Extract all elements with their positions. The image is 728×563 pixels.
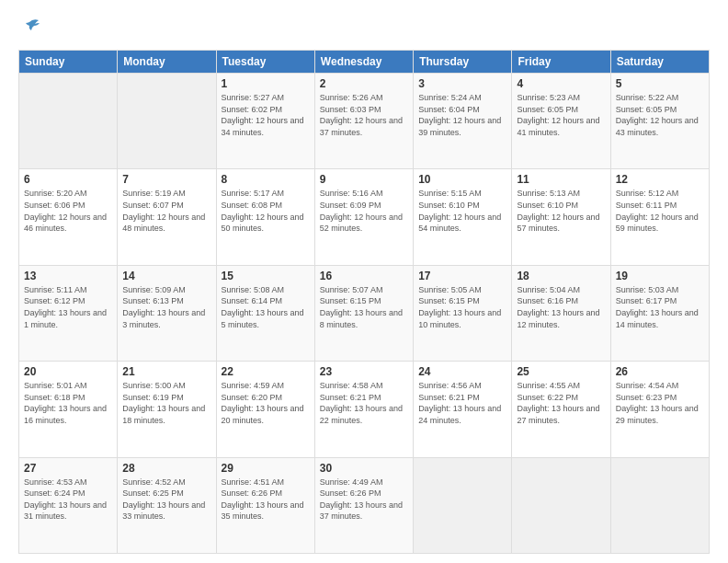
day-info: Sunrise: 5:23 AM Sunset: 6:05 PM Dayligh… xyxy=(517,92,605,138)
page: Sunday Monday Tuesday Wednesday Thursday… xyxy=(0,0,728,563)
day-number: 24 xyxy=(418,365,506,378)
day-info: Sunrise: 5:12 AM Sunset: 6:11 PM Dayligh… xyxy=(616,188,704,234)
day-number: 16 xyxy=(320,270,408,282)
day-info: Sunrise: 4:53 AM Sunset: 6:24 PM Dayligh… xyxy=(24,477,112,523)
day-cell xyxy=(610,457,709,553)
day-cell: 21Sunrise: 5:00 AM Sunset: 6:19 PM Dayli… xyxy=(118,362,216,457)
day-cell: 27Sunrise: 4:53 AM Sunset: 6:24 PM Dayli… xyxy=(19,457,118,553)
day-cell: 18Sunrise: 5:04 AM Sunset: 6:16 PM Dayli… xyxy=(512,265,610,361)
day-cell: 22Sunrise: 4:59 AM Sunset: 6:20 PM Dayli… xyxy=(216,362,314,457)
week-row-2: 6Sunrise: 5:20 AM Sunset: 6:06 PM Daylig… xyxy=(19,169,710,265)
day-info: Sunrise: 5:26 AM Sunset: 6:03 PM Dayligh… xyxy=(320,92,408,138)
day-info: Sunrise: 4:58 AM Sunset: 6:21 PM Dayligh… xyxy=(320,380,408,426)
day-cell: 7Sunrise: 5:19 AM Sunset: 6:07 PM Daylig… xyxy=(118,169,216,265)
day-number: 28 xyxy=(122,462,210,475)
weekday-row: Sunday Monday Tuesday Wednesday Thursday… xyxy=(19,51,710,74)
day-number: 25 xyxy=(517,365,605,378)
day-cell xyxy=(118,74,216,169)
day-info: Sunrise: 4:54 AM Sunset: 6:23 PM Dayligh… xyxy=(616,380,704,426)
day-number: 21 xyxy=(122,365,210,378)
day-info: Sunrise: 5:15 AM Sunset: 6:10 PM Dayligh… xyxy=(418,188,506,234)
day-cell: 2Sunrise: 5:26 AM Sunset: 6:03 PM Daylig… xyxy=(314,74,413,169)
logo xyxy=(18,17,42,40)
day-number: 8 xyxy=(222,173,310,186)
day-info: Sunrise: 4:55 AM Sunset: 6:22 PM Dayligh… xyxy=(517,380,605,426)
day-number: 12 xyxy=(616,173,704,186)
col-friday: Friday xyxy=(512,51,610,74)
day-number: 19 xyxy=(616,270,704,282)
day-cell: 6Sunrise: 5:20 AM Sunset: 6:06 PM Daylig… xyxy=(19,169,118,265)
day-number: 26 xyxy=(616,365,704,378)
day-number: 18 xyxy=(517,270,605,282)
day-cell: 8Sunrise: 5:17 AM Sunset: 6:08 PM Daylig… xyxy=(216,169,314,265)
day-number: 23 xyxy=(320,365,408,378)
day-info: Sunrise: 5:03 AM Sunset: 6:17 PM Dayligh… xyxy=(616,284,704,330)
day-cell: 16Sunrise: 5:07 AM Sunset: 6:15 PM Dayli… xyxy=(314,265,413,361)
day-cell xyxy=(19,74,118,169)
col-monday: Monday xyxy=(118,51,216,74)
day-number: 5 xyxy=(616,77,704,90)
day-cell: 4Sunrise: 5:23 AM Sunset: 6:05 PM Daylig… xyxy=(512,74,610,169)
bird-icon xyxy=(22,17,42,37)
col-tuesday: Tuesday xyxy=(216,51,314,74)
day-info: Sunrise: 4:49 AM Sunset: 6:26 PM Dayligh… xyxy=(320,477,408,523)
day-number: 2 xyxy=(320,77,408,90)
header xyxy=(18,17,710,40)
day-cell: 20Sunrise: 5:01 AM Sunset: 6:18 PM Dayli… xyxy=(19,362,118,457)
day-number: 11 xyxy=(517,173,605,186)
day-number: 4 xyxy=(517,77,605,90)
day-number: 10 xyxy=(418,173,506,186)
week-row-3: 13Sunrise: 5:11 AM Sunset: 6:12 PM Dayli… xyxy=(19,265,710,361)
day-number: 1 xyxy=(222,77,310,90)
day-info: Sunrise: 5:22 AM Sunset: 6:05 PM Dayligh… xyxy=(616,92,704,138)
day-number: 9 xyxy=(320,173,408,186)
day-info: Sunrise: 5:24 AM Sunset: 6:04 PM Dayligh… xyxy=(418,92,506,138)
day-cell: 10Sunrise: 5:15 AM Sunset: 6:10 PM Dayli… xyxy=(414,169,512,265)
day-number: 14 xyxy=(122,270,210,282)
day-number: 13 xyxy=(24,270,112,282)
day-cell: 5Sunrise: 5:22 AM Sunset: 6:05 PM Daylig… xyxy=(610,74,709,169)
day-number: 27 xyxy=(24,462,112,475)
day-info: Sunrise: 5:16 AM Sunset: 6:09 PM Dayligh… xyxy=(320,188,408,234)
day-info: Sunrise: 5:04 AM Sunset: 6:16 PM Dayligh… xyxy=(517,284,605,330)
day-cell: 14Sunrise: 5:09 AM Sunset: 6:13 PM Dayli… xyxy=(118,265,216,361)
day-cell: 19Sunrise: 5:03 AM Sunset: 6:17 PM Dayli… xyxy=(610,265,709,361)
col-saturday: Saturday xyxy=(610,51,709,74)
day-cell: 1Sunrise: 5:27 AM Sunset: 6:02 PM Daylig… xyxy=(216,74,314,169)
day-number: 17 xyxy=(418,270,506,282)
day-number: 30 xyxy=(320,462,408,475)
col-thursday: Thursday xyxy=(414,51,512,74)
day-cell xyxy=(414,457,512,553)
day-number: 20 xyxy=(24,365,112,378)
day-cell: 24Sunrise: 4:56 AM Sunset: 6:21 PM Dayli… xyxy=(414,362,512,457)
day-cell: 3Sunrise: 5:24 AM Sunset: 6:04 PM Daylig… xyxy=(414,74,512,169)
day-cell: 11Sunrise: 5:13 AM Sunset: 6:10 PM Dayli… xyxy=(512,169,610,265)
day-info: Sunrise: 4:52 AM Sunset: 6:25 PM Dayligh… xyxy=(122,477,210,523)
day-cell: 9Sunrise: 5:16 AM Sunset: 6:09 PM Daylig… xyxy=(314,169,413,265)
day-info: Sunrise: 5:17 AM Sunset: 6:08 PM Dayligh… xyxy=(222,188,310,234)
day-cell: 23Sunrise: 4:58 AM Sunset: 6:21 PM Dayli… xyxy=(314,362,413,457)
col-sunday: Sunday xyxy=(19,51,118,74)
col-wednesday: Wednesday xyxy=(314,51,413,74)
day-cell: 29Sunrise: 4:51 AM Sunset: 6:26 PM Dayli… xyxy=(216,457,314,553)
day-info: Sunrise: 5:01 AM Sunset: 6:18 PM Dayligh… xyxy=(24,380,112,426)
calendar-table: Sunday Monday Tuesday Wednesday Thursday… xyxy=(18,50,710,554)
day-info: Sunrise: 4:51 AM Sunset: 6:26 PM Dayligh… xyxy=(222,477,310,523)
day-cell xyxy=(512,457,610,553)
day-number: 7 xyxy=(122,173,210,186)
calendar-header: Sunday Monday Tuesday Wednesday Thursday… xyxy=(19,51,710,74)
day-cell: 28Sunrise: 4:52 AM Sunset: 6:25 PM Dayli… xyxy=(118,457,216,553)
day-info: Sunrise: 5:07 AM Sunset: 6:15 PM Dayligh… xyxy=(320,284,408,330)
day-cell: 15Sunrise: 5:08 AM Sunset: 6:14 PM Dayli… xyxy=(216,265,314,361)
day-number: 3 xyxy=(418,77,506,90)
day-info: Sunrise: 5:08 AM Sunset: 6:14 PM Dayligh… xyxy=(222,284,310,330)
day-number: 29 xyxy=(222,462,310,475)
day-info: Sunrise: 5:09 AM Sunset: 6:13 PM Dayligh… xyxy=(122,284,210,330)
day-info: Sunrise: 5:05 AM Sunset: 6:15 PM Dayligh… xyxy=(418,284,506,330)
day-info: Sunrise: 5:00 AM Sunset: 6:19 PM Dayligh… xyxy=(122,380,210,426)
day-cell: 13Sunrise: 5:11 AM Sunset: 6:12 PM Dayli… xyxy=(19,265,118,361)
day-info: Sunrise: 5:13 AM Sunset: 6:10 PM Dayligh… xyxy=(517,188,605,234)
day-cell: 17Sunrise: 5:05 AM Sunset: 6:15 PM Dayli… xyxy=(414,265,512,361)
calendar-body: 1Sunrise: 5:27 AM Sunset: 6:02 PM Daylig… xyxy=(19,74,710,554)
day-info: Sunrise: 4:56 AM Sunset: 6:21 PM Dayligh… xyxy=(418,380,506,426)
